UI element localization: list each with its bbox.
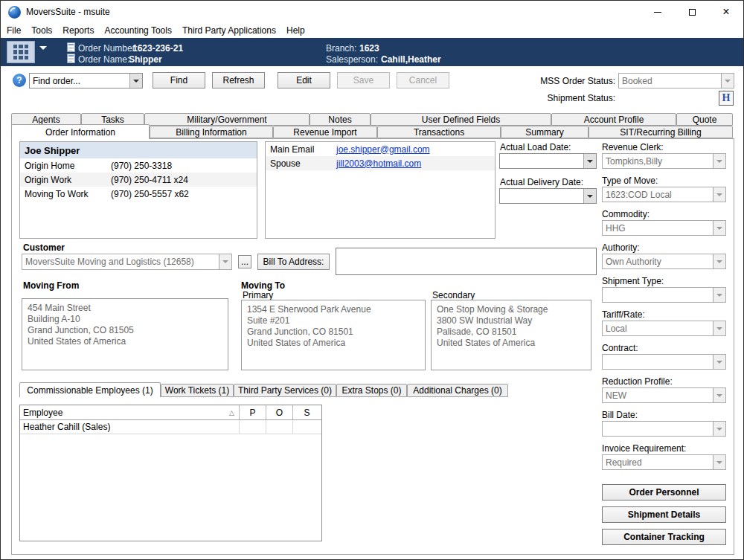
o-cell — [266, 420, 293, 434]
invoice-requirement-label: Invoice Requirement: — [602, 443, 686, 454]
order-name-label: Order Name: — [78, 54, 129, 65]
phone-label: Moving To Work — [20, 189, 111, 199]
email-link[interactable]: joe.shipper@gmail.com — [336, 144, 430, 155]
menu-accounting-tools[interactable]: Accounting Tools — [99, 24, 177, 37]
employee-cell: Heather Cahill (Sales) — [20, 420, 240, 434]
tab-additional-charges[interactable]: Additional Charges (0) — [407, 384, 508, 397]
menu-file[interactable]: File — [1, 24, 26, 37]
commodity-label: Commodity: — [602, 209, 650, 219]
history-button[interactable]: H — [719, 91, 734, 106]
table-header: Employee △ P O S — [20, 405, 321, 420]
order-number-label: Order Number: — [78, 43, 138, 54]
phone-row[interactable]: Origin Work (970) 250-4711 x24 — [20, 173, 257, 187]
column-header-employee[interactable]: Employee △ — [20, 405, 240, 419]
phone-row[interactable]: Moving To Work (970) 250-5557 x62 — [20, 187, 257, 201]
bill-to-address-button[interactable]: Bill To Address: — [257, 254, 330, 270]
tab-summary[interactable]: Summary — [501, 126, 589, 138]
email-row[interactable]: Spouse jill2003@hotmail.com — [266, 156, 495, 170]
phone-value: (970) 250-5557 x62 — [111, 189, 189, 199]
tab-sit-recurring-billing[interactable]: SIT/Recurring Billing — [589, 126, 733, 138]
tab-third-party-services[interactable]: Third Party Services (0) — [234, 384, 336, 397]
table-row[interactable]: Heather Cahill (Sales) — [20, 420, 321, 434]
chevron-down-icon — [713, 187, 725, 202]
minimize-button[interactable] — [641, 1, 675, 23]
refresh-button[interactable]: Refresh — [212, 72, 265, 88]
authority-select[interactable]: Own Authority — [602, 254, 726, 269]
menu-third-party-applications[interactable]: Third Party Applications — [177, 24, 281, 37]
tab-work-tickets[interactable]: Work Tickets (1) — [161, 384, 234, 397]
tab-revenue-import[interactable]: Revenue Import — [273, 126, 377, 138]
edit-button[interactable]: Edit — [278, 72, 330, 88]
customer-select[interactable]: MoversSuite Moving and Logistics (12658) — [22, 254, 232, 270]
actual-delivery-date-select[interactable] — [499, 188, 597, 204]
maximize-button[interactable] — [675, 1, 709, 23]
menu-tools[interactable]: Tools — [26, 24, 57, 37]
tab-military-government[interactable]: Military/Government — [144, 113, 310, 126]
tab-extra-stops[interactable]: Extra Stops (0) — [336, 384, 407, 397]
tab-notes[interactable]: Notes — [310, 113, 371, 126]
commissionable-employees-table: Employee △ P O S Heather Cahill (Sales) — [19, 405, 322, 541]
menu-reports[interactable]: Reports — [57, 24, 99, 37]
branch-label: Branch: — [326, 43, 356, 54]
actual-load-date-select[interactable] — [499, 153, 597, 169]
revenue-clerk-select[interactable]: Tompkins,Billy — [602, 153, 726, 169]
phone-label: Origin Home — [20, 161, 111, 171]
title-bar: MoversSuite - msuite × — [1, 1, 743, 23]
grid-icon — [13, 45, 28, 59]
type-of-move-select[interactable]: 1623:COD Local — [602, 187, 726, 202]
shipment-type-select[interactable] — [602, 287, 726, 303]
phone-row[interactable]: Origin Home (970) 250-3318 — [20, 158, 257, 173]
close-button[interactable]: × — [709, 1, 743, 23]
tab-billing-information[interactable]: Billing Information — [150, 126, 273, 138]
salesperson-label: Salesperson: — [326, 54, 378, 65]
column-header-o[interactable]: O — [266, 405, 293, 419]
banner-dropdown-button[interactable] — [39, 50, 47, 63]
phone-value: (970) 250-4711 x24 — [111, 175, 188, 185]
phone-value: (970) 250-3318 — [111, 161, 172, 171]
shipment-details-button[interactable]: Shipment Details — [602, 506, 726, 523]
find-order-combobox[interactable]: Find order... — [29, 73, 143, 88]
help-icon[interactable]: ? — [13, 74, 26, 87]
order-banner: Order Number: 1623-236-21 Order Name: Sh… — [1, 38, 743, 66]
tab-user-defined-fields[interactable]: User Defined Fields — [371, 113, 551, 126]
email-link[interactable]: jill2003@hotmail.com — [336, 158, 421, 169]
email-row[interactable]: Main Email joe.shipper@gmail.com — [266, 142, 495, 156]
column-header-p[interactable]: P — [240, 405, 266, 419]
tab-transactions[interactable]: Transactions — [377, 126, 501, 138]
chevron-down-icon — [713, 455, 725, 469]
email-label: Main Email — [266, 144, 336, 155]
cancel-button[interactable]: Cancel — [397, 72, 449, 88]
contract-select[interactable] — [602, 354, 726, 370]
reduction-profile-select[interactable]: NEW — [602, 387, 726, 403]
column-header-s[interactable]: S — [293, 405, 321, 419]
tariff-rate-select[interactable]: Local — [602, 321, 726, 336]
shipper-name[interactable]: Joe Shipper — [20, 142, 257, 158]
shipment-type-label: Shipment Type: — [602, 276, 664, 286]
tab-account-profile[interactable]: Account Profile — [551, 113, 676, 126]
container-tracking-button[interactable]: Container Tracking — [602, 529, 726, 545]
tab-quote[interactable]: Quote — [676, 113, 733, 126]
chevron-down-icon — [713, 221, 725, 235]
application-window: MoversSuite - msuite × File Tools Report… — [0, 0, 744, 560]
mss-order-status-select[interactable]: Booked — [618, 73, 734, 88]
email-panel: Main Email joe.shipper@gmail.com Spouse … — [265, 141, 496, 239]
moving-to-primary-label: Primary — [243, 290, 273, 300]
chevron-down-icon — [713, 254, 725, 268]
tab-order-information[interactable]: Order Information — [11, 124, 150, 139]
tab-commissionable-employees[interactable]: Commissionable Employees (1) — [19, 382, 161, 397]
save-button[interactable]: Save — [337, 72, 390, 88]
order-grid-button[interactable] — [7, 41, 35, 63]
commodity-select[interactable]: HHG — [602, 220, 726, 236]
maximize-icon — [689, 9, 696, 16]
bill-date-label: Bill Date: — [602, 410, 638, 420]
authority-label: Authority: — [602, 242, 640, 253]
revenue-clerk-label: Revenue Clerk: — [602, 142, 664, 152]
customer-more-button[interactable]: ... — [238, 255, 251, 268]
branch-value: 1623 — [359, 43, 379, 54]
find-button[interactable]: Find — [153, 72, 205, 88]
menu-help[interactable]: Help — [281, 24, 310, 37]
bill-date-select[interactable] — [602, 421, 726, 437]
menu-bar: File Tools Reports Accounting Tools Thir… — [1, 23, 743, 38]
invoice-requirement-select[interactable]: Required — [602, 454, 726, 470]
order-personnel-button[interactable]: Order Personnel — [602, 484, 726, 501]
